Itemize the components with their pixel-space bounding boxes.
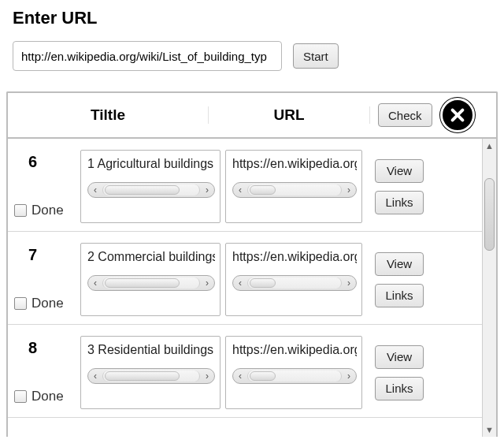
title-cell: 2 Commercial buildings ‹ › [80, 243, 220, 316]
view-button[interactable]: View [375, 252, 424, 276]
chevron-left-icon[interactable]: ‹ [88, 183, 102, 197]
chevron-right-icon[interactable]: › [342, 276, 356, 290]
chevron-left-icon[interactable]: ‹ [88, 276, 102, 290]
horizontal-scrollbar[interactable]: ‹ › [87, 275, 215, 291]
chevron-left-icon[interactable]: ‹ [88, 369, 102, 383]
chevron-left-icon[interactable]: ‹ [233, 369, 247, 383]
vertical-scrollbar[interactable]: ▲ ▼ [482, 139, 496, 437]
scroll-thumb[interactable] [484, 178, 495, 251]
links-button[interactable]: Links [375, 284, 424, 307]
page-title: Enter URL [13, 8, 491, 28]
view-button[interactable]: View [375, 345, 424, 369]
check-button[interactable]: Check [378, 103, 432, 127]
url-text[interactable]: https://en.wikipedia.org [232, 250, 357, 267]
done-checkbox[interactable] [14, 390, 27, 403]
done-label: Done [32, 389, 64, 404]
row-index: 6 [28, 153, 76, 171]
url-text[interactable]: https://en.wikipedia.org [232, 157, 357, 174]
title-cell: 1 Agricultural buildings ‹ › [80, 150, 220, 223]
chevron-right-icon[interactable]: › [342, 183, 356, 197]
horizontal-scrollbar[interactable]: ‹ › [87, 182, 215, 198]
table-row: 7 Done 2 Commercial buildings ‹ › http [8, 232, 482, 325]
done-label: Done [32, 203, 64, 218]
table-row: 8 Done 3 Residential buildings ‹ › htt [8, 325, 482, 418]
title-text[interactable]: 3 Residential buildings [87, 343, 215, 360]
view-button[interactable]: View [375, 159, 424, 183]
url-cell: https://en.wikipedia.org ‹ › [225, 150, 362, 223]
horizontal-scrollbar[interactable]: ‹ › [87, 368, 215, 384]
url-text[interactable]: https://en.wikipedia.org [232, 343, 357, 360]
column-header-title: Tiltle [8, 106, 209, 124]
results-header: Tiltle URL Check [8, 93, 496, 139]
url-cell: https://en.wikipedia.org ‹ › [225, 336, 362, 409]
results-panel: Tiltle URL Check 6 Done 1 Agricultural b… [6, 91, 498, 437]
row-index: 7 [28, 246, 76, 264]
links-button[interactable]: Links [375, 191, 424, 214]
chevron-right-icon[interactable]: › [200, 369, 214, 383]
done-label: Done [32, 296, 64, 311]
chevron-down-icon[interactable]: ▼ [483, 423, 496, 437]
links-button[interactable]: Links [375, 377, 424, 400]
table-row: 6 Done 1 Agricultural buildings ‹ › ht [8, 139, 482, 232]
chevron-left-icon[interactable]: ‹ [233, 183, 247, 197]
column-header-url: URL [209, 106, 370, 124]
url-input[interactable] [13, 41, 282, 71]
url-cell: https://en.wikipedia.org ‹ › [225, 243, 362, 316]
start-button[interactable]: Start [293, 43, 339, 69]
close-icon[interactable] [440, 98, 475, 132]
results-list: 6 Done 1 Agricultural buildings ‹ › ht [8, 139, 482, 437]
chevron-left-icon[interactable]: ‹ [233, 276, 247, 290]
horizontal-scrollbar[interactable]: ‹ › [232, 368, 357, 384]
row-index: 8 [28, 339, 76, 357]
title-text[interactable]: 2 Commercial buildings [87, 250, 215, 267]
done-checkbox[interactable] [14, 297, 27, 310]
chevron-right-icon[interactable]: › [342, 369, 356, 383]
chevron-right-icon[interactable]: › [200, 276, 214, 290]
chevron-up-icon[interactable]: ▲ [483, 139, 496, 153]
chevron-right-icon[interactable]: › [200, 183, 214, 197]
horizontal-scrollbar[interactable]: ‹ › [232, 182, 357, 198]
horizontal-scrollbar[interactable]: ‹ › [232, 275, 357, 291]
title-text[interactable]: 1 Agricultural buildings [87, 157, 215, 174]
title-cell: 3 Residential buildings ‹ › [80, 336, 220, 409]
done-checkbox[interactable] [14, 204, 27, 217]
